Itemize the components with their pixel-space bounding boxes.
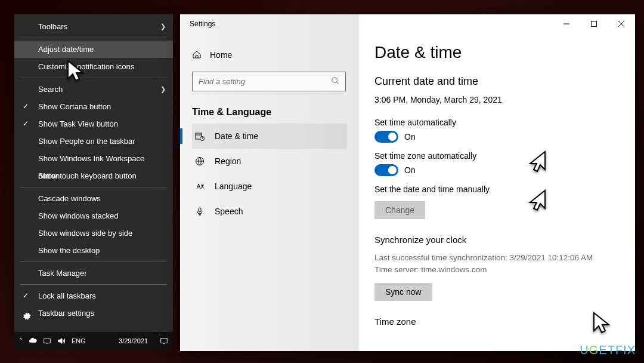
ctx-show-touch-kb[interactable]: Show touch keyboard button (14, 167, 173, 184)
chevron-right-icon: ❯ (160, 18, 166, 35)
sidebar-item-region[interactable]: Region (192, 149, 347, 174)
ctx-customize-label: Customize notification icons (38, 62, 134, 71)
ctx-show-ink[interactable]: Show Windows Ink Workspace button (14, 150, 173, 167)
sidebar-item-datetime[interactable]: Date & time (192, 124, 347, 149)
ctx-sidebyside[interactable]: Show windows side by side (14, 224, 173, 242)
tray-language[interactable]: ENG (72, 337, 86, 344)
onedrive-icon[interactable] (29, 337, 37, 345)
microphone-icon (194, 207, 205, 216)
separator (20, 262, 167, 262)
search-icon (331, 76, 339, 87)
change-button[interactable]: Change (374, 201, 425, 219)
notifications-icon[interactable] (160, 337, 168, 345)
sidebar-home-label: Home (210, 50, 232, 60)
ctx-show-people[interactable]: Show People on the taskbar (14, 133, 173, 150)
sidebar-home[interactable]: Home (192, 43, 347, 67)
ctx-desktop-label: Show the desktop (38, 246, 100, 255)
sync-last: Last successful time synchronization: 3/… (374, 252, 620, 264)
sidebar-item-label: Region (215, 156, 241, 166)
search-input[interactable]: Find a setting (192, 72, 346, 91)
separator (20, 38, 167, 38)
maximize-button[interactable] (580, 14, 608, 33)
ctx-task-manager[interactable]: Task Manager (14, 264, 173, 282)
settings-sidebar: Home Find a setting Time & Language Date… (180, 14, 359, 351)
checkmark-icon: ✓ (23, 287, 29, 304)
timezone-heading: Time zone (374, 316, 620, 327)
ctx-touch-label: Show touch keyboard button (38, 171, 137, 180)
set-time-auto-toggle[interactable] (374, 131, 398, 143)
language-icon (194, 182, 205, 191)
sidebar-item-label: Speech (215, 207, 243, 216)
ctx-customize-icons[interactable]: Customize notification icons (14, 58, 173, 75)
watermark: UGETFIX (580, 343, 636, 357)
volume-icon[interactable] (57, 337, 66, 345)
ctx-toolbars[interactable]: Toolbars ❯ (14, 18, 173, 35)
sidebar-item-speech[interactable]: Speech (192, 199, 347, 224)
separator (20, 284, 167, 285)
ctx-adjust-datetime[interactable]: Adjust date/time (14, 41, 173, 58)
system-tray: ˄ ENG 3/29/2021 (14, 332, 173, 350)
tray-chevron-up-icon[interactable]: ˄ (19, 337, 23, 345)
ctx-desktop[interactable]: Show the desktop (14, 242, 173, 259)
svg-point-7 (332, 78, 338, 83)
set-tz-auto-toggle[interactable] (374, 164, 398, 176)
ctx-taskmgr-label: Task Manager (38, 269, 87, 278)
ctx-stacked-label: Show windows stacked (38, 211, 118, 220)
checkmark-icon: ✓ (23, 98, 29, 115)
sync-server: Time server: time.windows.com (374, 264, 620, 276)
checkmark-icon: ✓ (23, 115, 29, 133)
svg-line-8 (337, 82, 339, 85)
calendar-clock-icon (194, 131, 205, 141)
ctx-sidebyside-label: Show windows side by side (38, 229, 132, 238)
separator (20, 78, 167, 78)
sidebar-item-label: Date & time (215, 131, 258, 141)
set-time-auto-label: Set time automatically (374, 118, 620, 127)
ctx-taskbar-settings[interactable]: Taskbar settings (14, 304, 173, 322)
ctx-search[interactable]: Search ❯ (14, 81, 173, 98)
sidebar-item-label: Language (215, 182, 252, 191)
svg-rect-1 (46, 343, 48, 344)
window-title: Settings (180, 20, 215, 28)
sidebar-group-title: Time & Language (192, 107, 347, 118)
settings-content: Date & time Current date and time 3:06 P… (359, 14, 635, 351)
ctx-lock-taskbars[interactable]: ✓ Lock all taskbars (14, 287, 173, 304)
settings-window: Settings Home Find a setting (180, 14, 635, 351)
set-tz-auto-label: Set time zone automatically (374, 151, 620, 161)
ctx-adjust-label: Adjust date/time (38, 45, 94, 54)
ctx-people-label: Show People on the taskbar (38, 137, 135, 146)
chevron-right-icon: ❯ (160, 81, 166, 98)
globe-icon (194, 156, 205, 166)
tray-clock[interactable]: 3/29/2021 (119, 337, 148, 344)
separator (20, 187, 167, 187)
search-placeholder: Find a setting (199, 77, 331, 86)
ctx-show-cortana[interactable]: ✓ Show Cortana button (14, 98, 173, 115)
gear-icon (23, 309, 31, 326)
svg-rect-2 (161, 339, 168, 343)
minimize-button[interactable] (553, 14, 580, 33)
ctx-cortana-label: Show Cortana button (38, 102, 111, 111)
svg-rect-13 (199, 208, 201, 212)
set-tz-auto-state: On (404, 165, 416, 175)
ctx-lock-label: Lock all taskbars (38, 291, 96, 300)
sync-heading: Synchronize your clock (374, 235, 620, 245)
current-datetime-value: 3:06 PM, Monday, March 29, 2021 (374, 95, 620, 104)
ctx-stacked[interactable]: Show windows stacked (14, 207, 173, 224)
sidebar-item-language[interactable]: Language (192, 174, 347, 199)
ctx-search-label: Search (38, 85, 63, 94)
manual-datetime-label: Set the date and time manually (374, 184, 620, 194)
sync-now-button[interactable]: Sync now (374, 283, 432, 301)
ctx-show-taskview[interactable]: ✓ Show Task View button (14, 115, 173, 133)
network-icon[interactable] (43, 337, 51, 345)
ctx-taskview-label: Show Task View button (38, 119, 118, 128)
page-title: Date & time (374, 43, 620, 62)
ctx-cascade[interactable]: Cascade windows (14, 190, 173, 207)
svg-rect-0 (44, 339, 51, 343)
svg-rect-4 (592, 21, 597, 27)
set-time-auto-state: On (404, 132, 416, 141)
ctx-tbsettings-label: Taskbar settings (38, 309, 94, 318)
tray-date: 3/29/2021 (119, 337, 148, 344)
close-button[interactable] (608, 14, 635, 33)
ctx-toolbars-label: Toolbars (38, 22, 67, 31)
taskbar-context-menu: Toolbars ❯ Adjust date/time Customize no… (14, 14, 173, 332)
current-datetime-heading: Current date and time (374, 75, 620, 88)
